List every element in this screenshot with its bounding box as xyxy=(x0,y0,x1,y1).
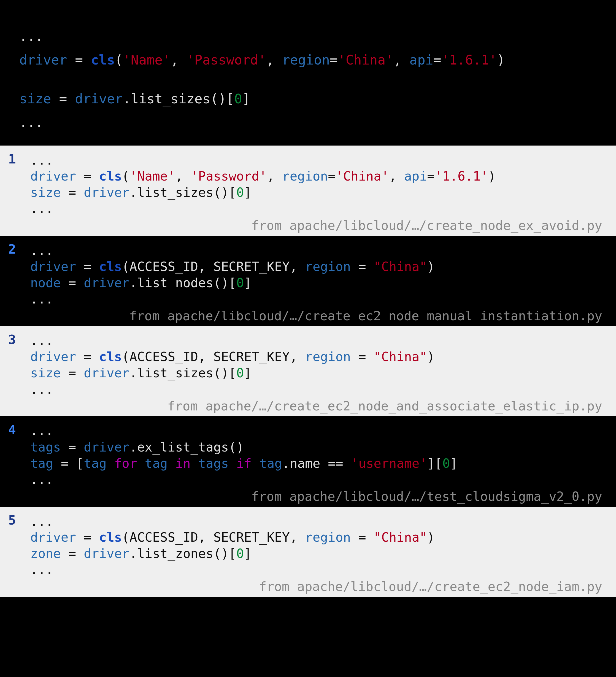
result-code: ...driver = cls(ACCESS_ID, SECRET_KEY, r… xyxy=(8,333,602,398)
search-result: 2...driver = cls(ACCESS_ID, SECRET_KEY, … xyxy=(0,236,616,326)
query-code-line3: ... xyxy=(19,110,597,134)
result-code: ...driver = cls(ACCESS_ID, SECRET_KEY, r… xyxy=(8,513,602,578)
result-index: 5 xyxy=(8,513,16,528)
search-result: 4...tags = driver.ex_list_tags()tag = [t… xyxy=(0,416,616,507)
code-line: tag = [tag for tag in tags if tag.name =… xyxy=(30,455,602,471)
code-line: ... xyxy=(30,562,602,578)
query-block: ... driver = cls('Name', 'Password', reg… xyxy=(0,0,616,145)
result-index: 1 xyxy=(8,151,16,167)
code-line: ... xyxy=(30,152,602,169)
query-code: ... driver = cls('Name', 'Password', reg… xyxy=(19,24,597,72)
code-line: ... xyxy=(30,513,602,530)
search-result: 5...driver = cls(ACCESS_ID, SECRET_KEY, … xyxy=(0,507,616,597)
code-line: size = driver.list_sizes()[0] xyxy=(30,184,602,201)
result-code: ...tags = driver.ex_list_tags()tag = [ta… xyxy=(8,423,602,488)
result-index: 3 xyxy=(8,332,16,347)
result-index: 4 xyxy=(8,422,16,437)
search-result: 3...driver = cls(ACCESS_ID, SECRET_KEY, … xyxy=(0,326,616,416)
code-line: size = driver.list_sizes()[0] xyxy=(30,365,602,381)
code-line: driver = cls(ACCESS_ID, SECRET_KEY, regi… xyxy=(30,529,602,545)
query-code-line2: size = driver.list_sizes()[0] xyxy=(19,87,597,110)
results-list: 1...driver = cls('Name', 'Password', reg… xyxy=(0,145,616,597)
result-code: ...driver = cls(ACCESS_ID, SECRET_KEY, r… xyxy=(8,242,602,307)
code-line: zone = driver.list_zones()[0] xyxy=(30,545,602,562)
result-source: from apache/libcloud/…/create_ec2_node_m… xyxy=(8,307,602,323)
code-line: ... xyxy=(30,333,602,349)
code-line: ... xyxy=(30,471,602,488)
code-line: driver = cls('Name', 'Password', region=… xyxy=(30,168,602,184)
code-line: ... xyxy=(30,242,602,259)
code-line: ... xyxy=(30,423,602,439)
code-line: tags = driver.ex_list_tags() xyxy=(30,439,602,455)
code-line: driver = cls(ACCESS_ID, SECRET_KEY, regi… xyxy=(30,259,602,275)
search-result: 1...driver = cls('Name', 'Password', reg… xyxy=(0,145,616,236)
result-source: from apache/libcloud/…/test_cloudsigma_v… xyxy=(8,488,602,504)
result-source: from apache/…/create_ec2_node_and_associ… xyxy=(8,398,602,413)
code-line: driver = cls(ACCESS_ID, SECRET_KEY, regi… xyxy=(30,349,602,365)
code-search-figure: ... driver = cls('Name', 'Password', reg… xyxy=(0,0,616,677)
result-source: from apache/libcloud/…/create_node_ex_av… xyxy=(8,217,602,233)
result-source: from apache/libcloud/…/create_ec2_node_i… xyxy=(8,578,602,594)
code-line: ... xyxy=(30,201,602,217)
code-line: ... xyxy=(30,381,602,398)
result-code: ...driver = cls('Name', 'Password', regi… xyxy=(8,152,602,217)
result-index: 2 xyxy=(8,242,16,257)
code-line: node = driver.list_nodes()[0] xyxy=(30,275,602,291)
code-line: ... xyxy=(30,291,602,307)
